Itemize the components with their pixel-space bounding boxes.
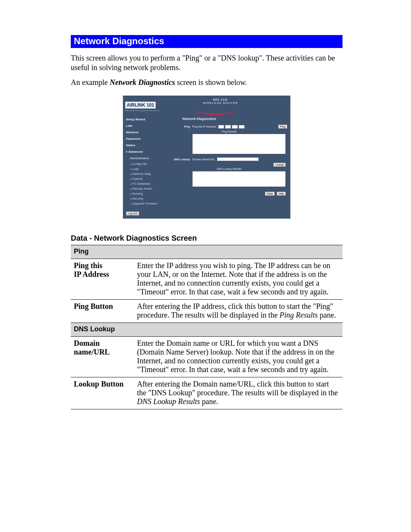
ping-results-box — [192, 134, 286, 154]
intro-paragraph-1: This screen allows you to perform a "Pin… — [71, 53, 342, 72]
label-domain-url: Domainname/URL — [71, 337, 134, 377]
nav-lan[interactable]: LAN — [126, 123, 168, 129]
router-nav: Setup Wizard LAN Wireless Password Statu… — [126, 116, 168, 216]
lookup-button[interactable]: Lookup — [273, 163, 286, 167]
nav-administration-header: Administration — [126, 155, 168, 161]
nav-wireless[interactable]: Wireless — [126, 129, 168, 136]
nav-upgrade-firmware[interactable]: Upgrade Firmware — [126, 201, 168, 206]
nav-network-diag[interactable]: Network Diag — [126, 171, 168, 176]
desc-ping-ip: Enter the IP address you wish to ping. T… — [134, 259, 342, 300]
nav-password[interactable]: Password — [126, 136, 168, 142]
help-button[interactable]: Help — [277, 192, 286, 196]
data-table: Ping Ping thisIP Address Enter the IP ad… — [71, 245, 342, 409]
nav-options[interactable]: Options — [126, 176, 168, 181]
page-title-bar: Network Diagnostics — [71, 35, 342, 48]
nav-status[interactable]: Status — [126, 142, 168, 149]
dns-results-box — [192, 171, 286, 187]
router-screenshot: AIRLINK 101 networkingsolutions 802.11G … — [123, 96, 290, 219]
label-ping-button: Ping Button — [71, 300, 134, 323]
ping-ip-label: Ping this IP Address: — [192, 125, 218, 128]
ping-section-label: Ping — [171, 125, 192, 128]
group-header-ping: Ping — [71, 245, 342, 259]
domain-url-input[interactable] — [217, 157, 259, 161]
nav-advanced[interactable]: Advanced — [126, 149, 168, 155]
nav-logs[interactable]: Logs — [126, 166, 168, 171]
nav-config-file[interactable]: Config File — [126, 161, 168, 166]
ping-button[interactable]: Ping — [278, 125, 287, 129]
ip-octet-3[interactable] — [232, 125, 238, 129]
router-logo-subtitle: networkingsolutions — [125, 109, 178, 112]
desc-domain-url: Enter the Domain name or URL for which y… — [134, 337, 342, 377]
ping-results-label: Ping Results — [171, 130, 287, 133]
router-logo: AIRLINK 101 — [125, 102, 156, 109]
nav-remote-admin[interactable]: Remote Admin — [126, 186, 168, 191]
dns-field-label: Domain name/URL: — [192, 158, 217, 161]
logout-button[interactable]: Log Out — [126, 211, 139, 216]
nav-routing[interactable]: Routing — [126, 191, 168, 196]
clear-button[interactable]: Clear — [265, 192, 275, 196]
ip-octet-2[interactable] — [225, 125, 231, 129]
swoosh-graphic — [195, 104, 241, 115]
nav-setup-wizard[interactable]: Setup Wizard — [126, 116, 168, 123]
nav-security[interactable]: Security — [126, 196, 168, 201]
intro-paragraph-2: An example Network Diagnostics screen is… — [71, 78, 342, 87]
router-main-title: Network Diagnostics — [171, 116, 287, 125]
nav-pc-database[interactable]: PC Database — [126, 181, 168, 186]
dns-section-label: DNS Lookup — [171, 158, 192, 161]
label-ping-ip: Ping thisIP Address — [71, 259, 134, 300]
data-section-heading: Data - Network Diagnostics Screen — [71, 234, 342, 243]
label-lookup-button: Lookup Button — [71, 377, 134, 409]
ip-octet-4[interactable] — [239, 125, 245, 129]
ip-octet-1[interactable] — [218, 125, 224, 129]
desc-lookup-button: After entering the Domain name/URL, clic… — [134, 377, 342, 409]
dns-results-label: DNS Lookup Results — [171, 168, 287, 170]
desc-ping-button: After entering the IP address, click thi… — [134, 300, 342, 323]
group-header-dns: DNS Lookup — [71, 323, 342, 337]
